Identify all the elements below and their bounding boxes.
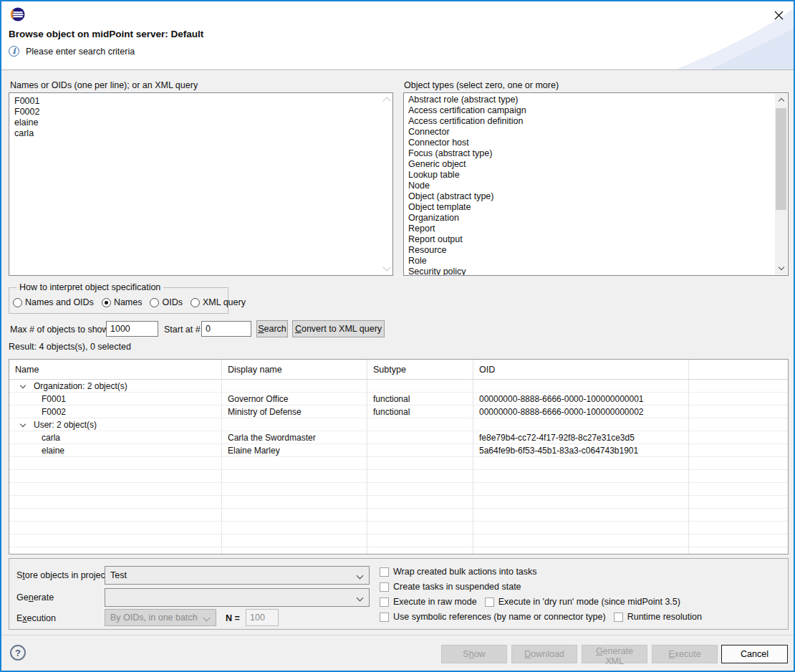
checkbox-row-raw-dryrun: Execute in raw mode Execute in 'dry run'…	[380, 597, 680, 607]
table-row[interactable]: elaine Elaine Marley 5a64fe9b-6f53-45b1-…	[9, 444, 788, 457]
column-header-display-name[interactable]: Display name	[222, 360, 367, 379]
download-button[interactable]: Download	[511, 645, 577, 663]
list-scrollbar[interactable]	[775, 94, 787, 274]
table-row[interactable]: carla Carla the Swordmaster fe8e79b4-cc7…	[9, 431, 788, 444]
execute-button[interactable]: Execute	[652, 645, 718, 663]
list-item[interactable]: Abstract role (abstract type)	[404, 95, 788, 105]
list-item[interactable]: Access certification definition	[404, 116, 788, 127]
radio-label: XML query	[203, 297, 246, 307]
radio-indicator[interactable]	[150, 298, 159, 307]
close-icon	[774, 11, 784, 20]
empty-row	[9, 496, 788, 509]
column-header-subtype[interactable]: Subtype	[367, 360, 473, 379]
list-item[interactable]: Object template	[404, 202, 788, 213]
interpret-legend: How to interpret object specification	[16, 282, 163, 292]
radio-label: OIDs	[162, 297, 182, 307]
convert-to-xml-button[interactable]: Convert to XML query	[292, 320, 385, 337]
max-objects-field[interactable]	[106, 321, 158, 337]
empty-row	[9, 534, 788, 547]
cancel-button[interactable]: Cancel	[721, 645, 788, 663]
checkbox-box[interactable]	[380, 582, 389, 592]
column-header-oid[interactable]: OID	[473, 360, 689, 379]
n-field[interactable]	[246, 609, 279, 626]
checkbox-symbolic-references[interactable]: Use symbolic references (by name or conn…	[380, 612, 606, 622]
group-row-user[interactable]: User: 2 object(s)	[9, 418, 788, 431]
list-item[interactable]: Connector	[404, 127, 788, 138]
radio-label: Names	[114, 297, 143, 307]
checkbox-suspended-state[interactable]: Create tasks in suspended state	[380, 582, 521, 592]
checkbox-dry-run[interactable]: Execute in 'dry run' mode (since midPoin…	[485, 597, 680, 607]
show-button[interactable]: Show	[441, 645, 507, 663]
list-item[interactable]: Connector host	[404, 138, 788, 148]
list-item[interactable]: Report	[404, 224, 788, 234]
scroll-up-icon[interactable]	[775, 94, 787, 106]
dialog-header: Browse object on midPoint server: Defaul…	[1, 1, 794, 70]
group-label: User: 2 object(s)	[34, 420, 97, 430]
checkbox-box[interactable]	[380, 597, 389, 607]
result-status: Result: 4 objects(s), 0 selected	[9, 342, 131, 352]
list-item[interactable]: Organization	[404, 213, 788, 224]
start-at-label: Start at #	[164, 325, 201, 335]
checkbox-box[interactable]	[380, 613, 389, 622]
table-header-row: Name Display name Subtype OID	[9, 360, 788, 380]
list-item[interactable]: Resource	[404, 245, 788, 256]
generate-select[interactable]	[105, 588, 370, 607]
column-header-extra[interactable]	[689, 360, 788, 379]
object-types-list: Abstract role (abstract type) Access cer…	[403, 92, 789, 276]
table-row[interactable]: F0002 Ministry of Defense functional 000…	[9, 405, 788, 418]
scroll-down-icon[interactable]	[775, 262, 787, 274]
radio-indicator[interactable]	[191, 298, 200, 307]
group-row-organization[interactable]: Organization: 2 object(s)	[9, 380, 788, 393]
table-row[interactable]: F0001 Governor Office functional 0000000…	[9, 393, 788, 405]
empty-row	[9, 483, 788, 496]
checkbox-raw-mode[interactable]: Execute in raw mode	[380, 597, 477, 607]
names-input[interactable]: F0001 F0002 elaine carla	[9, 92, 393, 276]
list-item[interactable]: Object (abstract type)	[404, 191, 788, 202]
names-label: Names or OIDs (one per line); or an XML …	[10, 80, 198, 90]
options-panel: Store objects in project Test Generate E…	[9, 558, 789, 630]
chevron-down-icon	[357, 595, 364, 602]
empty-row	[9, 509, 788, 522]
list-item[interactable]: Focus (abstract type)	[404, 148, 788, 159]
radio-indicator-checked[interactable]	[102, 298, 111, 307]
chevron-down-icon[interactable]	[20, 421, 26, 426]
close-button[interactable]	[771, 7, 786, 23]
execution-select[interactable]: By OIDs, in one batch	[105, 609, 216, 626]
header-swoosh-decoration	[636, 1, 794, 69]
group-label: Organization: 2 object(s)	[34, 381, 127, 391]
empty-row	[9, 547, 788, 555]
empty-row	[9, 457, 788, 470]
list-item[interactable]: Generic object	[404, 159, 788, 170]
footer-separator	[1, 635, 794, 635]
checkbox-label: Create tasks in suspended state	[393, 582, 521, 592]
max-objects-label: Max # of objects to show	[10, 325, 109, 335]
checkbox-box[interactable]	[485, 597, 494, 607]
list-item[interactable]: Report output	[404, 234, 788, 245]
list-item[interactable]: Lookup table	[404, 170, 788, 181]
radio-xml-query[interactable]: XML query	[191, 297, 246, 307]
generate-xml-button[interactable]: Generate XML	[582, 645, 647, 663]
column-header-name[interactable]: Name	[9, 360, 222, 379]
radio-names-and-oids[interactable]: Names and OIDs	[13, 297, 94, 307]
list-item[interactable]: Role	[404, 256, 788, 267]
help-button[interactable]: ?	[10, 645, 26, 661]
scrollbar-thumb[interactable]	[776, 108, 786, 210]
list-item[interactable]: Security policy	[404, 267, 788, 276]
object-types-label: Object types (select zero, one or more)	[404, 80, 559, 90]
interpret-groupbox: How to interpret object specification Na…	[9, 287, 228, 314]
chevron-down-icon[interactable]	[20, 382, 26, 388]
checkbox-box[interactable]	[380, 567, 389, 577]
radio-oids[interactable]: OIDs	[150, 297, 182, 307]
list-item[interactable]: Access certification campaign	[404, 105, 788, 116]
checkbox-wrap-tasks[interactable]: Wrap created bulk actions into tasks	[380, 567, 537, 577]
radio-label: Names and OIDs	[25, 297, 94, 307]
radio-names[interactable]: Names	[102, 297, 143, 307]
list-item[interactable]: Node	[404, 181, 788, 191]
start-at-field[interactable]	[201, 321, 251, 337]
empty-row	[9, 470, 788, 483]
search-button[interactable]: Search	[256, 320, 288, 337]
checkbox-runtime-resolution[interactable]: Runtime resolution	[614, 612, 702, 622]
radio-indicator[interactable]	[13, 298, 22, 307]
store-project-select[interactable]: Test	[105, 566, 370, 585]
checkbox-box[interactable]	[614, 613, 623, 622]
